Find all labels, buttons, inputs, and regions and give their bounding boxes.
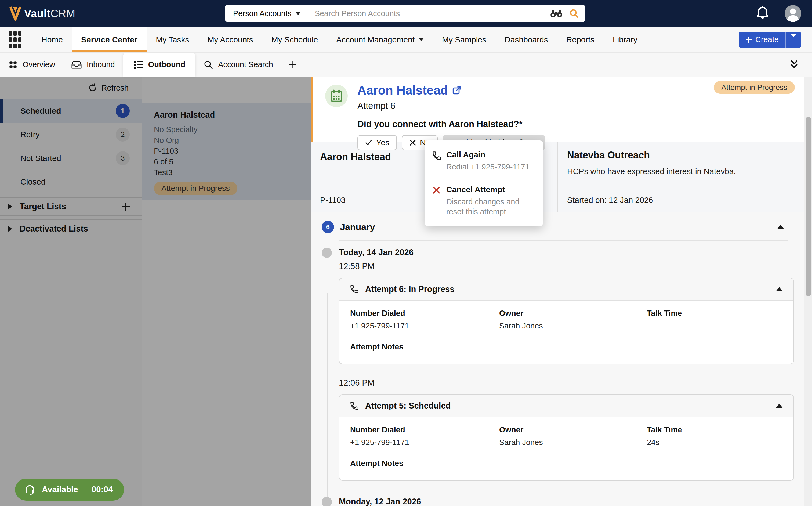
search-scope-select[interactable]: Person Accounts xyxy=(225,5,308,22)
nav-item-home[interactable]: Home xyxy=(32,27,72,52)
agent-status-pill[interactable]: Available 00:04 xyxy=(15,479,124,501)
expand-triangle-icon xyxy=(8,203,12,209)
menu-item-title: Cancel Attempt xyxy=(446,185,535,194)
app-launcher-icon[interactable] xyxy=(9,31,21,48)
tab-label: Inbound xyxy=(87,60,115,69)
nav-item-reports[interactable]: Reports xyxy=(557,27,604,52)
nav-item-my-tasks[interactable]: My Tasks xyxy=(147,27,198,52)
add-tab-button[interactable] xyxy=(281,53,303,77)
scheduled-count-badge: 1 xyxy=(116,104,130,118)
field-label-number-dialed: Number Dialed xyxy=(350,425,499,434)
sidebar-group-target-lists[interactable]: Target Lists xyxy=(0,197,142,216)
month-header[interactable]: 6 January xyxy=(311,221,805,233)
sidebar-item-not-started[interactable]: Not Started 3 xyxy=(0,146,142,170)
field-value-number-dialed: +1 925-799-1171 xyxy=(350,438,499,448)
nav-item-label: Library xyxy=(613,35,637,44)
queue-item-progress: 6 of 5 xyxy=(154,156,303,167)
collapse-card-icon[interactable] xyxy=(776,287,783,291)
search-input[interactable] xyxy=(308,9,550,18)
call-summary-band: Aaron Halstead P-1103 Natevba Outreach H… xyxy=(311,142,805,212)
yes-button[interactable]: Yes xyxy=(357,135,397,150)
check-icon xyxy=(365,139,372,146)
nav-item-my-accounts[interactable]: My Accounts xyxy=(198,27,262,52)
queue-item-list-name: Test3 xyxy=(154,167,303,178)
headset-icon xyxy=(24,484,35,495)
nav-item-label: Service Center xyxy=(81,35,138,44)
sidebar-item-label: Scheduled xyxy=(20,106,61,115)
nav-item-label: Dashboards xyxy=(505,35,548,44)
notifications-bell-icon[interactable] xyxy=(755,6,770,21)
x-icon xyxy=(409,139,416,146)
collapse-tabs-chevron[interactable] xyxy=(789,59,800,70)
account-link[interactable]: Aaron Halstead xyxy=(357,83,545,97)
phone-icon xyxy=(350,402,359,410)
field-label-owner: Owner xyxy=(499,309,647,318)
add-target-list-button[interactable] xyxy=(122,202,130,210)
timeline-date: Monday, 12 Jan 2026 xyxy=(339,497,805,506)
sidebar-item-closed[interactable]: Closed xyxy=(0,170,142,194)
create-button[interactable]: Create xyxy=(739,32,801,48)
queue-item-status-badge: Attempt in Progress xyxy=(154,182,237,195)
attempt-card-header[interactable]: Attempt 6: In Progress xyxy=(339,278,794,301)
campaign-name: Natevba Outreach xyxy=(567,150,796,161)
search-scope-value: Person Accounts xyxy=(233,9,292,18)
phone-icon xyxy=(432,151,441,160)
attempt-timeline: 6 January Today, 14 Jan 2026 12:58 PM At… xyxy=(311,212,805,506)
search-icon[interactable] xyxy=(569,9,579,18)
calendar-avatar xyxy=(325,85,348,107)
content-area: Refresh Scheduled 1 Retry 2 Not Started … xyxy=(0,77,812,506)
tab-overview[interactable]: Overview xyxy=(0,53,63,77)
nav-item-label: Home xyxy=(41,35,63,44)
field-label-attempt-notes: Attempt Notes xyxy=(350,342,783,351)
field-value-talk-time: 24s xyxy=(647,438,783,448)
attempt-card-title: Attempt 5: Scheduled xyxy=(365,401,451,411)
tab-inbound[interactable]: Inbound xyxy=(63,53,123,77)
nav-item-my-schedule[interactable]: My Schedule xyxy=(262,27,327,52)
sidebar-item-retry[interactable]: Retry 2 xyxy=(0,123,142,146)
queue-list-item-selected[interactable]: Aaron Halstead No Specialty No Org P-110… xyxy=(142,103,311,200)
chevron-down-icon xyxy=(419,38,424,41)
brand-light: CRM xyxy=(51,7,76,19)
sidebar-group-deactivated-lists[interactable]: Deactivated Lists xyxy=(0,220,142,238)
campaign-started-date: Started on: 12 Jan 2026 xyxy=(567,195,796,205)
search-icon xyxy=(203,60,213,70)
nav-item-dashboards[interactable]: Dashboards xyxy=(495,27,557,52)
queue-item-record-id: P-1103 xyxy=(154,146,303,156)
nav-item-library[interactable]: Library xyxy=(604,27,647,52)
brand-bold: Vault xyxy=(24,7,51,19)
chevron-down-icon xyxy=(791,34,796,42)
create-dropdown-toggle[interactable] xyxy=(786,37,801,42)
timeline-group: Monday, 12 Jan 2026 3:07 PM Attempt 4: N… xyxy=(339,497,805,506)
nav-item-account-management[interactable]: Account Management xyxy=(327,27,433,52)
nav-item-service-center[interactable]: Service Center xyxy=(72,27,147,52)
collapse-month-icon[interactable] xyxy=(777,225,784,229)
tab-outbound[interactable]: Outbound xyxy=(123,53,196,77)
vertical-scrollbar[interactable] xyxy=(805,77,812,506)
attempt-label: Attempt 6 xyxy=(357,101,545,111)
pill-divider xyxy=(85,485,85,495)
nav-item-label: My Tasks xyxy=(156,35,189,44)
month-label: January xyxy=(340,222,375,232)
binoculars-icon[interactable] xyxy=(550,9,563,18)
scrollbar-thumb[interactable] xyxy=(806,117,811,296)
user-avatar[interactable] xyxy=(785,5,801,22)
refresh-button[interactable]: Refresh xyxy=(0,77,142,99)
attempt-card-header[interactable]: Attempt 5: Scheduled xyxy=(339,395,794,417)
brand-text: VaultCRM xyxy=(24,7,76,20)
queue-item-org: No Org xyxy=(154,135,303,146)
sidebar-item-label: Retry xyxy=(20,130,40,139)
timeline-date: Today, 14 Jan 2026 xyxy=(339,248,805,257)
attempt-card-title: Attempt 6: In Progress xyxy=(365,284,454,294)
menu-item-cancel-attempt[interactable]: Cancel Attempt Discard changes and reset… xyxy=(425,181,543,219)
field-label-talk-time: Talk Time xyxy=(647,309,783,318)
tab-account-search[interactable]: Account Search xyxy=(195,53,281,77)
queue-sidebar: Refresh Scheduled 1 Retry 2 Not Started … xyxy=(0,77,142,506)
sidebar-item-scheduled[interactable]: Scheduled 1 xyxy=(0,99,142,123)
field-label-attempt-notes: Attempt Notes xyxy=(350,459,783,468)
tab-label: Overview xyxy=(22,60,55,69)
left-panels-dimmed: Refresh Scheduled 1 Retry 2 Not Started … xyxy=(0,77,311,506)
calendar-icon xyxy=(330,89,343,102)
nav-item-my-samples[interactable]: My Samples xyxy=(433,27,495,52)
collapse-card-icon[interactable] xyxy=(776,404,783,408)
menu-item-call-again[interactable]: Call Again Redial +1 925-799-1171 xyxy=(425,146,543,174)
